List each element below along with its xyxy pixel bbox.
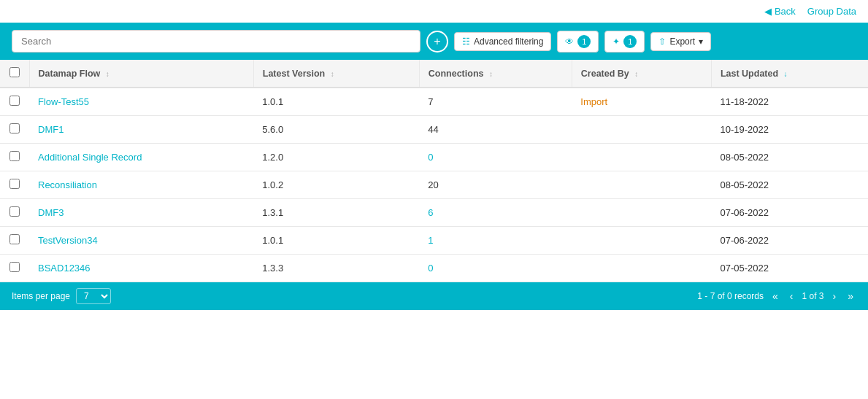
cell-last-updated: 08-05-2022	[711, 171, 868, 199]
row-checkbox[interactable]	[9, 151, 20, 161]
cell-last-updated: 07-05-2022	[711, 255, 868, 282]
cell-datamap-flow[interactable]: Additional Single Record	[29, 144, 253, 171]
row-checkbox-cell	[0, 88, 29, 116]
page-info: 1 of 3	[802, 291, 824, 301]
cell-connections: 20	[419, 171, 572, 199]
cell-created-by	[572, 144, 711, 171]
cell-connections: 7	[419, 88, 572, 116]
cell-last-updated: 07-06-2022	[711, 199, 868, 227]
back-link[interactable]: ◀ Back	[764, 6, 796, 17]
footer-left: Items per page 7 10 25 50	[12, 288, 111, 304]
cell-last-updated: 10-19-2022	[711, 116, 868, 144]
cell-connections: 44	[419, 116, 572, 144]
cell-connections[interactable]: 0	[419, 255, 572, 282]
advanced-filtering-label: Advanced filtering	[474, 36, 543, 47]
cell-datamap-flow[interactable]: DMF1	[29, 116, 253, 144]
row-checkbox-cell	[0, 144, 29, 171]
filter-badge: 1	[623, 35, 637, 48]
col-created-by[interactable]: Created By ↕	[572, 60, 711, 88]
toolbar: + ☷ Advanced filtering 👁 1 ✦ 1 ⇧ Export …	[0, 23, 868, 60]
sort-icon-last-updated: ↓	[784, 70, 788, 78]
cell-last-updated: 08-05-2022	[711, 144, 868, 171]
row-checkbox[interactable]	[9, 179, 20, 189]
group-data-link[interactable]: Group Data	[807, 6, 856, 17]
col-last-updated[interactable]: Last Updated ↓	[711, 60, 868, 88]
cell-datamap-flow[interactable]: Flow-Test55	[29, 88, 253, 116]
table-row: TestVersion341.0.1107-06-2022	[0, 227, 868, 255]
cell-latest-version: 1.3.3	[253, 255, 419, 282]
cell-created-by: Import	[572, 88, 711, 116]
col-connections[interactable]: Connections ↕	[419, 60, 572, 88]
col-created-by-label: Created By	[581, 69, 629, 79]
row-checkbox[interactable]	[9, 234, 20, 244]
cell-connections[interactable]: 0	[419, 144, 572, 171]
last-page-button[interactable]: »	[845, 290, 856, 302]
col-datamap-flow[interactable]: Datamap Flow ↕	[29, 60, 253, 88]
cell-created-by	[572, 227, 711, 255]
row-checkbox[interactable]	[9, 206, 20, 217]
column-filter-button[interactable]: ✦ 1	[604, 31, 645, 53]
eye-filter-button[interactable]: 👁 1	[557, 31, 599, 53]
col-latest-version[interactable]: Latest Version ↕	[253, 60, 419, 88]
search-input[interactable]	[12, 30, 420, 53]
sort-icon-connections: ↕	[489, 70, 493, 78]
col-connections-label: Connections	[429, 69, 484, 79]
row-checkbox-cell	[0, 255, 29, 282]
cell-last-updated: 11-18-2022	[711, 88, 868, 116]
items-per-page-label: Items per page	[12, 291, 70, 301]
cell-connections[interactable]: 6	[419, 199, 572, 227]
table-row: Reconsiliation1.0.22008-05-2022	[0, 171, 868, 199]
top-bar: ◀ Back Group Data	[0, 0, 868, 23]
records-info: 1 - 7 of 0 records	[697, 291, 764, 301]
back-icon: ◀	[764, 6, 772, 17]
table-footer: Items per page 7 10 25 50 1 - 7 of 0 rec…	[0, 282, 868, 310]
export-label: Export	[669, 36, 695, 47]
cell-datamap-flow[interactable]: DMF3	[29, 199, 253, 227]
prev-page-button[interactable]: ‹	[787, 290, 796, 302]
advanced-filtering-button[interactable]: ☷ Advanced filtering	[454, 32, 551, 51]
cell-created-by	[572, 199, 711, 227]
back-label: Back	[775, 6, 796, 17]
row-checkbox[interactable]	[9, 262, 20, 272]
table-row: DMF31.3.1607-06-2022	[0, 199, 868, 227]
cell-last-updated: 07-06-2022	[711, 227, 868, 255]
next-page-button[interactable]: ›	[830, 290, 840, 302]
col-datamap-flow-label: Datamap Flow	[39, 69, 101, 79]
table-row: Additional Single Record1.2.0008-05-2022	[0, 144, 868, 171]
sort-icon-datamap-flow: ↕	[106, 70, 110, 78]
items-per-page-select[interactable]: 7 10 25 50	[76, 288, 111, 304]
cell-latest-version: 5.6.0	[253, 116, 419, 144]
footer-right: 1 - 7 of 0 records « ‹ 1 of 3 › »	[697, 290, 856, 302]
export-dropdown-icon: ▾	[699, 36, 703, 47]
cell-datamap-flow[interactable]: TestVersion34	[29, 227, 253, 255]
col-last-updated-label: Last Updated	[721, 69, 778, 79]
add-icon: +	[434, 35, 440, 48]
row-checkbox[interactable]	[9, 96, 20, 106]
cell-latest-version: 1.2.0	[253, 144, 419, 171]
filter-lines-icon: ☷	[462, 36, 470, 47]
sort-icon-latest-version: ↕	[331, 70, 334, 78]
table-row: BSAD123461.3.3007-05-2022	[0, 255, 868, 282]
cell-latest-version: 1.3.1	[253, 199, 419, 227]
add-button[interactable]: +	[426, 31, 448, 53]
first-page-button[interactable]: «	[769, 290, 781, 302]
cell-datamap-flow[interactable]: Reconsiliation	[29, 171, 253, 199]
row-checkbox-cell	[0, 227, 29, 255]
select-all-header[interactable]	[0, 60, 29, 88]
group-data-label: Group Data	[807, 6, 856, 17]
cell-connections[interactable]: 1	[419, 227, 572, 255]
sort-icon-created-by: ↕	[634, 70, 638, 78]
table-row: Flow-Test551.0.17Import11-18-2022	[0, 88, 868, 116]
export-icon: ⇧	[658, 36, 666, 47]
export-button[interactable]: ⇧ Export ▾	[650, 32, 711, 51]
select-all-checkbox[interactable]	[9, 67, 20, 77]
eye-badge: 1	[577, 35, 591, 48]
row-checkbox[interactable]	[9, 123, 20, 133]
row-checkbox-cell	[0, 199, 29, 227]
cell-latest-version: 1.0.2	[253, 171, 419, 199]
cell-latest-version: 1.0.1	[253, 227, 419, 255]
cell-created-by	[572, 171, 711, 199]
data-table: Datamap Flow ↕ Latest Version ↕ Connecti…	[0, 60, 868, 282]
cell-datamap-flow[interactable]: BSAD12346	[29, 255, 253, 282]
table-row: DMF15.6.04410-19-2022	[0, 116, 868, 144]
